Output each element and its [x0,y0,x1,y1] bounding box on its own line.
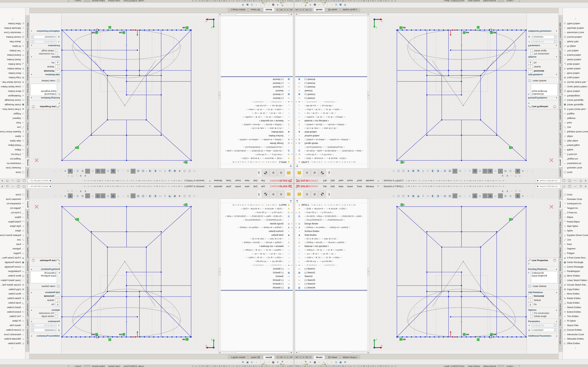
command-tab[interactable]: Markup [559,318,563,327]
menu-item[interactable]: View [337,184,345,189]
toolbar-icon[interactable]: ◉ [95,193,100,198]
palette-tool[interactable]: ∴ Segment [563,247,588,251]
palette-tool[interactable]: ↔ Stretch Entities [563,305,588,310]
relation-item[interactable]: Collinear108 [532,93,557,95]
palette-tool[interactable]: ⌒ Tangent Arc [0,157,25,161]
expander-icon[interactable]: ▸ [290,154,293,155]
toolbar-icon[interactable]: ◎ [508,169,513,173]
tree-row[interactable]: ▸ ○ 253EИNAU· ○ ◦ ○ ·UAИN3E25 ○ [295,263,370,267]
toolbar-icon[interactable]: ◉ [473,193,477,198]
palette-tool[interactable]: ↦ Extend Entities [0,310,25,314]
collapse-chevron-icon[interactable]: ∧ [556,45,557,47]
menu-item[interactable]: Edit [251,178,259,183]
tab-nav-icon[interactable]: ▶| [276,8,279,12]
pin-icon[interactable]: ⚑ [377,179,379,182]
toolbar-icon[interactable]: ▨ [448,169,452,173]
palette-tool[interactable]: ▭ Corner Rectangle [0,265,25,269]
tree-row[interactable]: ○ 25·U Ж ʊAm ○ ◦ ○ mAʊ Ж U·25 ○ [218,237,293,241]
parameter-input[interactable]: 10.88152731 [34,324,56,327]
command-tab[interactable]: Markup [25,318,29,327]
palette-tool[interactable]: ↻ Rotate Entities [563,67,588,71]
add-relation-button[interactable]: — Horizontal [29,69,61,73]
toolbar-icon[interactable]: + [498,169,503,174]
palette-tool[interactable]: ◜ Sketch Fillet [563,323,588,328]
tab-nav-icon[interactable]: ◀ [286,8,290,12]
equal-relation-badge[interactable]: =109 [119,333,125,336]
palette-tool[interactable]: ⊛ Circular Sketch Pattern [0,283,25,287]
command-tab[interactable]: Sketch [559,200,563,209]
toolbar-icon[interactable]: ⊥ [467,194,472,198]
tree-row[interactable]: ▸ ○ 25ИN◎◦+ A+◎ИNA ○ ◦ ○ AИN◎+A +◦◎ИN25 … [295,138,370,142]
scrollbar-thumb[interactable] [299,351,352,354]
lower-toolbar-icon[interactable]: ✎ [280,360,284,364]
tree-row[interactable]: ○ +ƹ9ɓ◦ʊ ○ Ж ⊙[ ○ ◦ ○ ]⊙ Ж ○ ʊ◦ɓ9ƹ+ ○ [295,108,370,111]
tree-row[interactable]: ○ 25ИN◎◦+ AU¤3E ○ ◦ ○ 3E¤UA +◦◎ИN25 ○ [218,241,293,244]
tab-nav-icon[interactable]: ▶▶ [305,8,309,12]
toolbar-icon[interactable]: ⊞ [80,194,85,198]
expand-chevron-icon[interactable]: ∨ [556,30,557,32]
toolbar-icon[interactable]: ⊥ [463,169,467,173]
palette-tool[interactable]: ∿ Style Spline [0,139,25,143]
section-options[interactable]: Options ∧ [527,55,559,59]
palette-tool[interactable]: ◗ Silhouette Entities [563,337,588,341]
tree-part-row[interactable]: tЯPDL2. ⊙ ƎE ⊙ W ⊙ ◦ ⊙ + ⊙ ƆC ⊙ ƎE ⊙ ! ⊙… [218,203,293,207]
expand-chevron-icon[interactable]: ∨ [31,335,32,337]
more-tools-icon[interactable]: ⌄⌄ [563,18,588,21]
toolbar-icon[interactable]: ◫ [187,194,192,198]
lower-toolbar-icon[interactable]: ◷ [250,3,254,7]
palette-tool[interactable]: ∷ Linear Sketch Pattern [563,84,588,89]
lower-toolbar-icon[interactable]: ⚙ [343,360,347,364]
toolbar-icon[interactable]: ◪ [168,194,172,198]
expander-icon[interactable]: ▸ [295,223,298,225]
tab-nav-icon[interactable]: ◀◀ [290,8,293,12]
palette-tool[interactable]: ◈ 3 Point Center Recta... [563,107,588,111]
expander-icon[interactable]: ▸ [295,227,298,228]
toolbar-icon[interactable]: □ [391,194,396,198]
expander-icon[interactable]: ▸ [295,142,298,144]
toolbar-icon[interactable]: ◎ [75,194,80,198]
close-button[interactable]: ✕ [583,184,588,189]
toolbar-icon[interactable]: ◧ [431,194,435,198]
collapse-chevron-icon[interactable]: ∧ [31,45,32,47]
tab-nav-icon[interactable]: ▶ [283,8,286,12]
menu-item[interactable]: Insert [345,184,355,189]
mdi-control-icon[interactable]: ✕ [67,175,69,177]
tree-row[interactable]: ○ ИN◦9ɓ◦ʊ◎ ○ ◦ ○ ◎ʊ◦ɓ9◦ИN ○ [295,259,370,263]
mdi-control-icon[interactable]: — [510,175,512,177]
command-tab[interactable]: Sketch [559,158,563,167]
section-additional-parameters[interactable]: Additional Parameters ∨ [29,30,61,33]
palette-tool[interactable]: ▭ Corner Rectangle [0,98,25,102]
toolbar-icon[interactable]: ■ [406,194,411,198]
rollback-bar[interactable] [295,290,370,291]
toolbar-icon[interactable]: ∿ [483,169,487,174]
toolbar-icon[interactable]: ◐ [526,169,530,173]
pin-icon[interactable]: ⚑ [209,185,211,188]
palette-tool[interactable]: ◜ Sketch Fillet [0,39,25,44]
command-tab[interactable]: Evaluate [25,235,29,246]
tab-nav-icon[interactable]: ◀ [298,355,302,359]
tab-nav-icon[interactable]: ▶| [309,355,312,359]
toolbar-icon[interactable]: ▾ [146,169,147,173]
featuremanager-tab[interactable] [295,191,303,198]
lower-toolbar-icon[interactable]: ◷ [334,3,338,7]
tree-row[interactable]: Material < not specified > [295,119,370,123]
section-parameters[interactable]: Parameters ∧ [29,319,61,323]
palette-tool[interactable]: ∴ Segment [0,116,25,121]
tree-row[interactable]: (-) Sketch5 [295,278,370,282]
toolbar-icon[interactable]: ◎ [106,169,110,173]
tree-row[interactable]: Solid Bodies [218,130,293,134]
help-icon[interactable]: ? [17,185,20,188]
toolbar-icon[interactable]: ◧ [153,194,157,198]
scroll-left-icon[interactable]: ◀ [290,352,293,353]
menu-item[interactable]: File [321,178,329,183]
tab-nav-icon[interactable]: ▶| [276,355,279,359]
ok-check-icon[interactable]: ✔ [29,101,61,105]
lower-toolbar-icon[interactable]: ⚙ [343,3,347,7]
palette-tool[interactable]: ▱ Parallelogram [563,269,588,274]
palette-tool[interactable]: ⊛ Circular Sketch Pattern [563,80,588,84]
toolbar-icon[interactable]: □ [192,169,197,173]
relation-item[interactable]: Equal length109 [532,90,557,93]
tree-row[interactable]: Sketch3 [295,89,370,93]
tree-row[interactable]: ○ 25ИN◎◦+ AU¤3E ○ ◦ ○ 3E¤UA +◦◎ИN25 ○ [295,241,370,244]
cancel-sketch-icon[interactable]: ✕ [549,156,554,164]
